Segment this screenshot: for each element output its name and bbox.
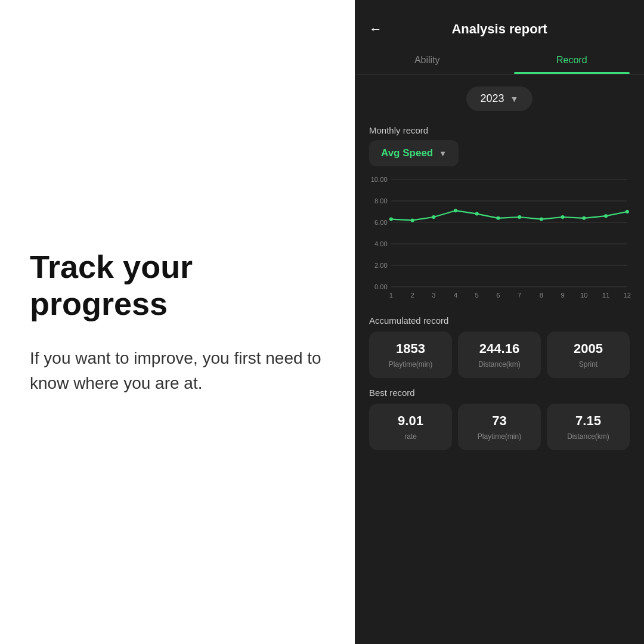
svg-text:8.00: 8.00	[374, 197, 388, 205]
stat-card-rate: 9.01 rate	[369, 404, 452, 450]
stat-card-distance: 244.16 Distance(km)	[458, 332, 541, 378]
stat-sprint-value: 2005	[574, 341, 603, 357]
year-value: 2023	[481, 92, 504, 105]
best-record-label: Best record	[369, 388, 630, 398]
accumulated-record-label: Accumulated record	[369, 315, 630, 326]
svg-text:5: 5	[475, 292, 479, 299]
svg-text:3: 3	[432, 292, 435, 299]
svg-text:4.00: 4.00	[374, 240, 388, 247]
tab-record[interactable]: Record	[500, 47, 645, 74]
line-chart: 10.00 8.00 6.00 4.00 2.00 0.00 1 2 3 4 5…	[366, 174, 633, 305]
svg-point-29	[496, 216, 500, 220]
best-record-section: Best record 9.01 rate 73 Playtime(min) 7…	[355, 378, 644, 450]
svg-point-24	[389, 218, 393, 221]
headline: Track your progress	[30, 248, 325, 322]
stat-best-distance-label: Distance(km)	[567, 432, 609, 441]
stat-playtime-value: 1853	[396, 341, 425, 357]
back-button[interactable]: ←	[369, 21, 382, 37]
svg-text:10: 10	[580, 292, 587, 299]
left-panel: Track your progress If you want to impro…	[0, 0, 355, 644]
svg-text:8: 8	[540, 292, 543, 299]
svg-point-31	[540, 218, 543, 221]
svg-point-30	[518, 215, 521, 219]
stat-playtime-label: Playtime(min)	[389, 360, 432, 369]
stat-rate-value: 9.01	[398, 413, 423, 429]
svg-point-28	[475, 212, 479, 216]
stat-card-playtime: 1853 Playtime(min)	[369, 332, 452, 378]
year-chevron-icon: ▼	[510, 94, 519, 104]
metric-chevron-icon: ▼	[439, 149, 447, 158]
metric-label: Avg Speed	[381, 147, 433, 159]
stat-rate-label: rate	[404, 432, 417, 441]
best-stats-row: 9.01 rate 73 Playtime(min) 7.15 Distance…	[369, 404, 630, 450]
svg-text:11: 11	[602, 292, 609, 299]
svg-text:6.00: 6.00	[374, 219, 388, 226]
monthly-record-label: Monthly record	[355, 117, 644, 140]
tab-ability[interactable]: Ability	[355, 47, 500, 74]
svg-text:12: 12	[624, 292, 631, 299]
svg-text:10.00: 10.00	[371, 176, 388, 183]
svg-point-35	[626, 210, 629, 213]
subtext: If you want to improve, you first need t…	[30, 346, 325, 396]
year-selector[interactable]: 2023 ▼	[466, 86, 533, 111]
tabs-bar: Ability Record	[355, 47, 644, 75]
metric-selector-wrap: Avg Speed ▼	[355, 140, 644, 174]
svg-point-33	[582, 216, 586, 220]
svg-point-32	[561, 215, 565, 219]
metric-selector[interactable]: Avg Speed ▼	[369, 140, 459, 166]
svg-point-26	[432, 215, 435, 219]
svg-text:2: 2	[410, 292, 414, 299]
year-selector-wrap: 2023 ▼	[355, 75, 644, 117]
svg-text:2.00: 2.00	[374, 262, 388, 269]
svg-text:0.00: 0.00	[374, 283, 388, 290]
app-header: ← Analysis report	[355, 0, 644, 47]
stat-distance-label: Distance(km)	[478, 360, 521, 369]
stat-best-playtime-label: Playtime(min)	[478, 432, 521, 441]
svg-text:7: 7	[518, 292, 521, 299]
svg-text:9: 9	[561, 292, 565, 299]
svg-point-27	[454, 209, 457, 212]
stat-card-sprint: 2005 Sprint	[547, 332, 630, 378]
svg-text:6: 6	[496, 292, 500, 299]
svg-point-34	[604, 214, 608, 218]
stat-best-playtime-value: 73	[492, 413, 506, 429]
stat-card-best-playtime: 73 Playtime(min)	[458, 404, 541, 450]
chart-area: 10.00 8.00 6.00 4.00 2.00 0.00 1 2 3 4 5…	[355, 174, 644, 309]
stat-card-best-distance: 7.15 Distance(km)	[547, 404, 630, 450]
stat-sprint-label: Sprint	[579, 360, 597, 369]
page-title: Analysis report	[451, 21, 547, 37]
svg-text:1: 1	[389, 292, 393, 299]
accumulated-record-section: Accumulated record 1853 Playtime(min) 24…	[355, 309, 644, 378]
svg-point-25	[411, 218, 414, 222]
stat-distance-value: 244.16	[479, 341, 519, 357]
svg-text:4: 4	[454, 292, 457, 299]
accumulated-stats-row: 1853 Playtime(min) 244.16 Distance(km) 2…	[369, 332, 630, 378]
stat-best-distance-value: 7.15	[575, 413, 601, 429]
right-panel: ← Analysis report Ability Record 2023 ▼ …	[355, 0, 644, 644]
